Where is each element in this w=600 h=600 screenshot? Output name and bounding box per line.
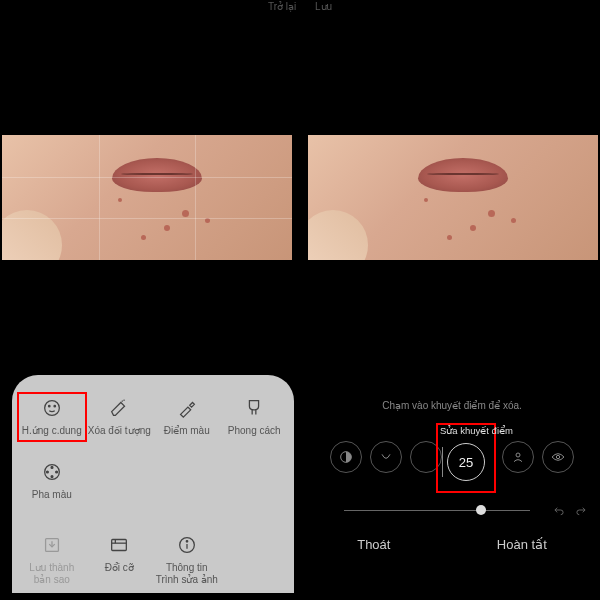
svg-point-0	[44, 401, 59, 416]
option-eye[interactable]	[542, 441, 574, 473]
save-label[interactable]: Lưu	[315, 1, 332, 12]
undo-button[interactable]	[552, 503, 566, 521]
slider-thumb[interactable]	[476, 505, 486, 515]
brush-size-value: 25	[459, 455, 473, 470]
svg-point-14	[516, 453, 520, 457]
tool-style[interactable]: Phong cách	[221, 393, 289, 441]
svg-point-4	[51, 466, 53, 468]
meta-label: Lưu thành bản sao	[20, 562, 84, 585]
brush-icon	[243, 397, 265, 419]
effect-options-row: Sửa khuyết điểm 25	[304, 423, 600, 493]
tool-color-mix[interactable]: Pha màu	[18, 457, 86, 505]
tool-label: H.ứng c.dung	[22, 425, 82, 437]
back-label[interactable]: Trở lại	[268, 1, 296, 12]
svg-point-12	[186, 541, 187, 542]
face-image	[308, 135, 598, 260]
tool-object-eraser[interactable]: Xóa đối tượng	[86, 393, 154, 441]
redo-button[interactable]	[574, 503, 588, 521]
option-jaw[interactable]	[370, 441, 402, 473]
svg-point-2	[54, 405, 55, 406]
bottom-buttons: Thoát Hoàn tất	[304, 537, 600, 552]
tool-label: Pha màu	[32, 489, 72, 501]
spot-fix-panel: Chạm vào khuyết điểm để xóa. Sửa khuyết …	[304, 375, 600, 600]
svg-point-15	[556, 455, 559, 458]
meta-label: Thông tin Trình sửa ảnh	[155, 562, 219, 585]
brush-size-circle[interactable]: 25	[447, 443, 485, 481]
exit-button[interactable]: Thoát	[357, 537, 390, 552]
option-tone[interactable]	[330, 441, 362, 473]
slider-track[interactable]	[344, 510, 530, 511]
meta-grid: Lưu thành bản sao Đổi cỡ Thông tin Trình…	[18, 530, 288, 589]
save-icon	[41, 534, 63, 556]
tool-spot-color[interactable]: Điểm màu	[153, 393, 221, 441]
hint-text: Chạm vào khuyết điểm để xóa.	[304, 400, 600, 411]
resize-icon	[108, 534, 130, 556]
eraser-icon	[108, 397, 130, 419]
done-button[interactable]: Hoàn tất	[497, 537, 547, 552]
preview-after[interactable]	[308, 135, 598, 260]
preview-row	[0, 135, 600, 255]
face-image	[2, 135, 292, 260]
svg-point-6	[51, 475, 53, 477]
tools-grid: H.ứng c.dung Xóa đối tượng Điểm màu Phon…	[18, 393, 288, 504]
info-icon	[176, 534, 198, 556]
meta-save-copy[interactable]: Lưu thành bản sao	[18, 530, 86, 589]
eyedropper-icon	[176, 397, 198, 419]
undo-redo-group	[552, 503, 588, 521]
tool-label: Điểm màu	[164, 425, 210, 437]
brush-tick	[442, 447, 443, 477]
tool-label: Phong cách	[228, 425, 281, 437]
tool-label: Xóa đối tượng	[88, 425, 151, 437]
svg-point-5	[55, 471, 57, 473]
meta-label: Đổi cỡ	[105, 562, 134, 574]
slider-row	[304, 499, 600, 523]
svg-point-7	[46, 471, 48, 473]
palette-icon	[41, 461, 63, 483]
meta-about[interactable]: Thông tin Trình sửa ảnh	[153, 530, 221, 589]
meta-resize[interactable]: Đổi cỡ	[86, 530, 154, 589]
face-icon	[41, 397, 63, 419]
tool-portrait-effects[interactable]: H.ứng c.dung	[18, 393, 86, 441]
option-portrait[interactable]	[502, 441, 534, 473]
top-header: Trở lại Lưu	[0, 0, 600, 18]
tools-panel: H.ứng c.dung Xóa đối tượng Điểm màu Phon…	[12, 375, 294, 593]
brush-label: Sửa khuyết điểm	[440, 425, 513, 436]
svg-rect-9	[112, 540, 127, 551]
preview-before[interactable]	[2, 135, 292, 260]
svg-point-1	[48, 405, 49, 406]
